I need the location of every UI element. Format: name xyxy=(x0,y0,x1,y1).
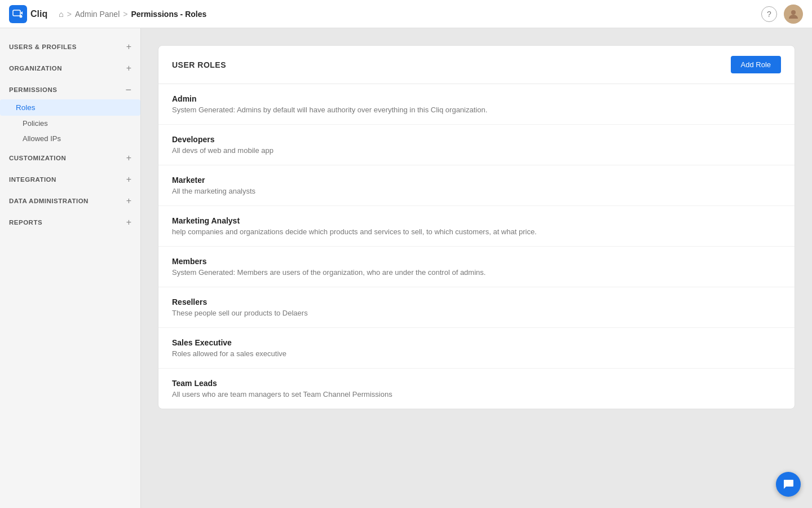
role-desc-resellers: These people sell our products to Delaer… xyxy=(172,309,781,317)
sidebar-item-allowed-ips[interactable]: Allowed IPs xyxy=(0,131,140,146)
sidebar-section-header-integration[interactable]: INTEGRATION + xyxy=(0,170,140,189)
sidebar-label-reports: REPORTS xyxy=(9,219,42,226)
add-role-button[interactable]: Add Role xyxy=(731,56,781,73)
role-name-admin: Admin xyxy=(172,94,781,103)
help-icon[interactable]: ? xyxy=(761,6,777,22)
breadcrumb-separator2: > xyxy=(123,10,127,19)
role-desc-marketer: All the marketing analysts xyxy=(172,187,781,195)
sidebar-child-items: Policies Allowed IPs xyxy=(0,116,140,146)
content-area: USER ROLES Add Role AdminSystem Generate… xyxy=(141,28,812,508)
sidebar-section-users-profiles: USERS & PROFILES + xyxy=(0,37,140,56)
breadcrumb-current: Permissions - Roles xyxy=(131,10,206,19)
role-desc-members: System Generated: Members are users of t… xyxy=(172,268,781,277)
role-name-members: Members xyxy=(172,257,781,266)
sidebar-item-roles[interactable]: Roles xyxy=(0,99,140,116)
role-item-sales-executive[interactable]: Sales ExecutiveRoles allowed for a sales… xyxy=(158,328,795,369)
main-layout: USERS & PROFILES + ORGANIZATION + PERMIS… xyxy=(0,28,812,508)
sidebar-collapse-icon-permissions: − xyxy=(125,85,131,95)
role-desc-developers: All devs of web and mobile app xyxy=(172,146,781,155)
sidebar-expand-icon-data-administration: + xyxy=(126,196,131,206)
sidebar-label-users-profiles: USERS & PROFILES xyxy=(9,43,77,50)
sidebar-section-header-permissions[interactable]: PERMISSIONS − xyxy=(0,80,140,99)
breadcrumb-admin-panel[interactable]: Admin Panel xyxy=(75,10,120,19)
role-name-sales-executive: Sales Executive xyxy=(172,338,781,347)
avatar[interactable] xyxy=(784,5,803,24)
role-desc-admin: System Generated: Admins by default will… xyxy=(172,106,781,114)
role-item-marketing-analyst[interactable]: Marketing Analysthelp companies and orga… xyxy=(158,206,795,247)
sidebar: USERS & PROFILES + ORGANIZATION + PERMIS… xyxy=(0,28,141,508)
sidebar-label-permissions: PERMISSIONS xyxy=(9,86,57,93)
breadcrumb-separator: > xyxy=(67,10,72,19)
role-desc-team-leads: All users who are team managers to set T… xyxy=(172,390,781,398)
role-item-team-leads[interactable]: Team LeadsAll users who are team manager… xyxy=(158,369,795,409)
sidebar-label-data-administration: DATA ADMINISTRATION xyxy=(9,198,89,204)
chat-bubble[interactable] xyxy=(776,472,801,497)
sidebar-expand-icon-integration: + xyxy=(126,174,131,185)
topbar-right: ? xyxy=(761,5,803,24)
roles-list: AdminSystem Generated: Admins by default… xyxy=(158,84,795,409)
role-item-members[interactable]: MembersSystem Generated: Members are use… xyxy=(158,247,795,287)
role-name-developers: Developers xyxy=(172,135,781,144)
sidebar-section-reports: REPORTS + xyxy=(0,213,140,232)
sidebar-section-header-data-administration[interactable]: DATA ADMINISTRATION + xyxy=(0,191,140,211)
sidebar-expand-icon-customization: + xyxy=(126,153,131,163)
sidebar-expand-icon-users-profiles: + xyxy=(126,42,131,52)
role-name-resellers: Resellers xyxy=(172,297,781,306)
logo-text: Cliq xyxy=(30,9,47,19)
sidebar-section-header-reports[interactable]: REPORTS + xyxy=(0,213,140,232)
cliq-logo-icon xyxy=(9,5,27,23)
role-name-team-leads: Team Leads xyxy=(172,379,781,388)
topbar: Cliq ⌂ > Admin Panel > Permissions - Rol… xyxy=(0,0,812,28)
sidebar-label-integration: INTEGRATION xyxy=(9,176,56,183)
sidebar-section-customization: CUSTOMIZATION + xyxy=(0,148,140,168)
home-icon[interactable]: ⌂ xyxy=(59,10,63,19)
sidebar-section-header-organization[interactable]: ORGANIZATION + xyxy=(0,59,140,78)
sidebar-section-data-administration: DATA ADMINISTRATION + xyxy=(0,191,140,211)
sidebar-item-policies[interactable]: Policies xyxy=(0,116,140,131)
role-desc-marketing-analyst: help companies and organizations decide … xyxy=(172,227,781,236)
sidebar-permissions-items: Roles Policies Allowed IPs xyxy=(0,99,140,146)
logo-area[interactable]: Cliq xyxy=(9,5,47,23)
svg-point-2 xyxy=(791,10,796,15)
sidebar-section-header-customization[interactable]: CUSTOMIZATION + xyxy=(0,148,140,168)
svg-point-1 xyxy=(20,15,23,17)
role-item-marketer[interactable]: MarketerAll the marketing analysts xyxy=(158,165,795,206)
sidebar-expand-icon-reports: + xyxy=(126,217,131,227)
roles-header: USER ROLES Add Role xyxy=(158,46,795,84)
sidebar-label-organization: ORGANIZATION xyxy=(9,65,62,72)
breadcrumb: ⌂ > Admin Panel > Permissions - Roles xyxy=(59,10,206,19)
role-item-developers[interactable]: DevelopersAll devs of web and mobile app xyxy=(158,125,795,165)
svg-rect-0 xyxy=(13,10,20,16)
role-name-marketer: Marketer xyxy=(172,176,781,185)
role-item-admin[interactable]: AdminSystem Generated: Admins by default… xyxy=(158,84,795,125)
sidebar-section-header-users-profiles[interactable]: USERS & PROFILES + xyxy=(0,37,140,56)
roles-panel-title: USER ROLES xyxy=(172,60,226,69)
sidebar-section-organization: ORGANIZATION + xyxy=(0,59,140,78)
role-desc-sales-executive: Roles allowed for a sales executive xyxy=(172,349,781,358)
role-name-marketing-analyst: Marketing Analyst xyxy=(172,216,781,225)
sidebar-expand-icon-organization: + xyxy=(126,63,131,73)
sidebar-section-integration: INTEGRATION + xyxy=(0,170,140,189)
roles-panel: USER ROLES Add Role AdminSystem Generate… xyxy=(158,45,795,409)
sidebar-label-customization: CUSTOMIZATION xyxy=(9,155,66,161)
sidebar-section-permissions: PERMISSIONS − Roles Policies Allowed IPs xyxy=(0,80,140,146)
role-item-resellers[interactable]: ResellersThese people sell our products … xyxy=(158,287,795,328)
